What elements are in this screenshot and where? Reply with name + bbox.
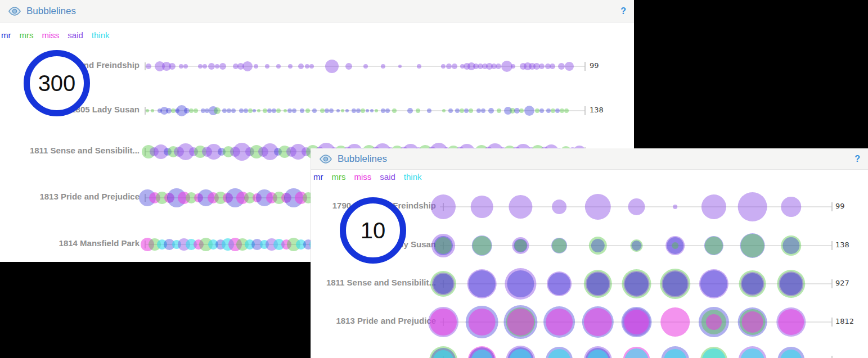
bubble[interactable] — [632, 241, 642, 251]
bubble[interactable] — [430, 309, 457, 336]
bubble[interactable] — [624, 310, 649, 334]
bubble[interactable] — [179, 64, 183, 69]
bubble[interactable] — [524, 106, 534, 116]
bubble[interactable] — [441, 64, 446, 69]
bubble[interactable] — [169, 63, 176, 70]
bubble[interactable] — [239, 108, 244, 113]
bubble[interactable] — [166, 108, 172, 114]
bubble[interactable] — [514, 239, 527, 252]
bubble[interactable] — [473, 236, 492, 255]
bubble[interactable] — [219, 63, 226, 70]
bubble[interactable] — [267, 108, 272, 113]
bubble[interactable] — [146, 64, 151, 69]
bubble[interactable] — [300, 108, 304, 113]
bubble[interactable] — [560, 108, 564, 113]
bubble[interactable] — [305, 108, 310, 113]
bubble[interactable] — [198, 64, 203, 69]
bubble[interactable] — [222, 108, 227, 113]
bubble[interactable] — [242, 61, 253, 71]
bubble[interactable] — [442, 109, 446, 112]
bubble[interactable] — [288, 64, 293, 69]
bubble[interactable] — [345, 109, 349, 112]
bubble[interactable] — [738, 192, 767, 221]
bubble[interactable] — [469, 270, 496, 297]
bubble[interactable] — [511, 64, 515, 69]
bubble[interactable] — [215, 64, 219, 69]
bubble[interactable] — [672, 242, 678, 249]
bubble[interactable] — [452, 64, 457, 69]
bubble[interactable] — [381, 108, 385, 113]
bubble[interactable] — [431, 194, 456, 219]
bubble[interactable] — [375, 109, 378, 112]
bubble[interactable] — [552, 200, 566, 214]
bubble[interactable] — [433, 274, 453, 294]
bubble[interactable] — [476, 108, 481, 113]
bubble[interactable] — [305, 64, 309, 69]
bubble[interactable] — [701, 194, 726, 219]
bubble[interactable] — [660, 307, 690, 337]
bubble[interactable] — [446, 64, 452, 69]
bubble[interactable] — [227, 108, 231, 113]
bubble[interactable] — [312, 108, 317, 113]
bubble[interactable] — [417, 64, 421, 69]
bubble[interactable] — [565, 62, 574, 71]
bubble[interactable] — [276, 108, 281, 113]
bubble[interactable] — [361, 108, 365, 113]
bubble[interactable] — [341, 109, 344, 112]
bubble[interactable] — [539, 64, 545, 69]
bubble[interactable] — [435, 237, 452, 254]
bubble[interactable] — [496, 64, 501, 69]
bubble[interactable] — [585, 194, 611, 220]
bubble[interactable] — [481, 108, 485, 113]
bubble[interactable] — [292, 108, 296, 113]
bubble[interactable] — [584, 308, 612, 336]
bubble[interactable] — [705, 237, 723, 255]
bubble[interactable] — [507, 270, 534, 297]
bubble[interactable] — [469, 309, 496, 336]
bubble[interactable] — [587, 273, 609, 295]
bubble[interactable] — [244, 108, 248, 113]
bubble[interactable] — [381, 64, 385, 69]
bubble[interactable] — [469, 108, 473, 113]
bubble[interactable] — [782, 237, 799, 254]
bubble[interactable] — [336, 109, 340, 112]
bubble[interactable] — [742, 311, 763, 333]
bubble[interactable] — [781, 197, 801, 217]
bubble[interactable] — [329, 108, 334, 113]
bubble[interactable] — [488, 108, 494, 114]
bubble[interactable] — [231, 108, 236, 113]
bubble[interactable] — [263, 108, 267, 113]
bubble[interactable] — [546, 108, 551, 113]
bubble[interactable] — [706, 314, 722, 330]
bubble[interactable] — [555, 108, 560, 113]
bubble[interactable] — [539, 108, 544, 113]
bubble[interactable] — [265, 64, 269, 69]
bubble[interactable] — [628, 198, 645, 215]
bubble[interactable] — [497, 108, 501, 113]
bubble[interactable] — [509, 195, 532, 219]
bubble[interactable] — [356, 108, 361, 113]
bubble[interactable] — [276, 64, 281, 69]
bubble[interactable] — [460, 108, 464, 113]
bubble[interactable] — [254, 64, 258, 69]
bubble[interactable] — [345, 63, 352, 70]
bubble[interactable] — [287, 108, 292, 113]
bubble[interactable] — [370, 109, 374, 112]
bubble[interactable] — [366, 109, 369, 112]
bubble[interactable] — [564, 108, 569, 113]
bubble[interactable] — [464, 108, 469, 113]
bubble[interactable] — [194, 108, 198, 113]
bubble[interactable] — [151, 109, 154, 112]
bubble[interactable] — [625, 272, 649, 296]
bubble[interactable] — [352, 108, 356, 113]
bubble[interactable] — [407, 108, 413, 114]
bubble[interactable] — [298, 64, 304, 69]
bubble[interactable] — [214, 107, 221, 114]
bubble[interactable] — [507, 309, 534, 336]
bubble[interactable] — [552, 238, 566, 253]
bubble[interactable] — [471, 196, 493, 218]
bubble[interactable] — [398, 65, 402, 68]
bubble[interactable] — [663, 271, 687, 296]
bubble[interactable] — [203, 64, 207, 69]
bubble[interactable] — [673, 205, 677, 209]
